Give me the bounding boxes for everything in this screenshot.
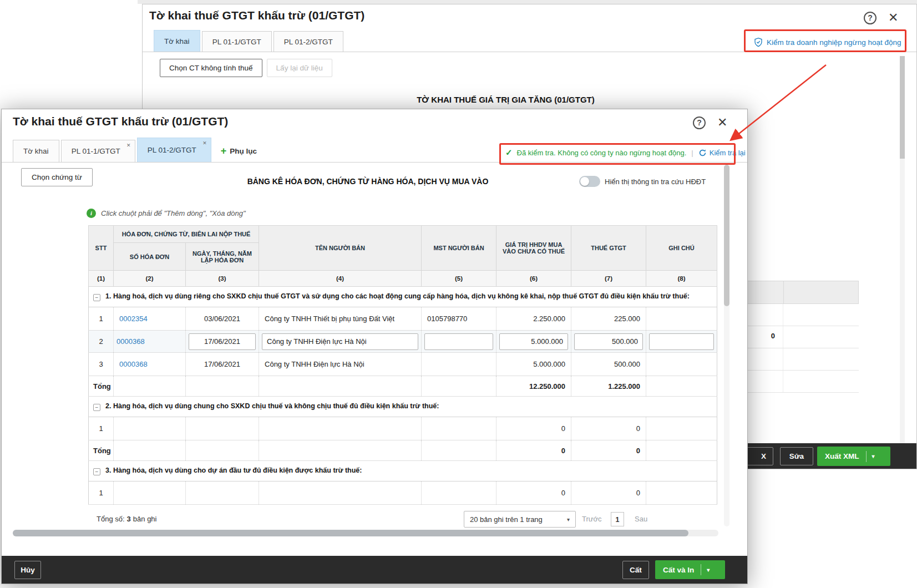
header-seller-tax: MST NGƯỜI BÁN bbox=[422, 226, 497, 271]
header-stt: STT bbox=[89, 226, 114, 271]
seller-name-cell bbox=[259, 331, 422, 353]
date-cell: 03/06/2021 bbox=[186, 307, 259, 331]
vat-cell-text: 0 bbox=[636, 489, 640, 497]
table-row[interactable]: 100 bbox=[89, 481, 717, 505]
seller-cell bbox=[259, 481, 422, 505]
mst-cell bbox=[422, 417, 497, 440]
tab-label: Tờ khai bbox=[164, 37, 190, 45]
tab-pl-01-1-gtgt[interactable]: PL 01-1/GTGT✕ bbox=[61, 140, 135, 162]
col-number: (6) bbox=[497, 271, 571, 287]
check-company-link[interactable]: Kiểm tra doanh nghiệp ngừng hoạt động bbox=[754, 37, 901, 47]
horizontal-scrollbar[interactable] bbox=[13, 530, 718, 536]
current-page-box[interactable]: 1 bbox=[611, 512, 624, 526]
invoice-date-input[interactable] bbox=[189, 333, 256, 350]
col-number: (1) bbox=[89, 271, 114, 287]
collapse-icon[interactable]: − bbox=[93, 294, 100, 301]
scrollbar-thumb[interactable] bbox=[13, 530, 688, 536]
help-icon[interactable]: ? bbox=[864, 12, 877, 24]
empty-cell bbox=[646, 440, 717, 461]
invoice-number-link[interactable]: 0002354 bbox=[119, 315, 148, 323]
declaration-dialog: Tờ khai thuế GTGT khấu trừ (01/GTGT) ? ✕… bbox=[1, 109, 748, 584]
seller-cell: Công ty TNHH Điện lực Hà Nội bbox=[259, 353, 422, 376]
mst-cell: 0105798770 bbox=[422, 307, 497, 331]
invoice-table: STT HÓA ĐƠN, CHỨNG TỪ, BIÊN LAI NỘP THUẾ… bbox=[88, 225, 717, 505]
tab-pl-01-1-gtgt[interactable]: PL 01-1/GTGT bbox=[202, 31, 272, 52]
date-cell-text: 17/06/2021 bbox=[204, 360, 240, 368]
invoice-number-link[interactable]: 0000368 bbox=[119, 360, 148, 368]
scrollbar-thumb[interactable] bbox=[900, 56, 905, 159]
tab-close-icon[interactable]: ✕ bbox=[126, 143, 131, 148]
vat-amount-input[interactable] bbox=[574, 333, 643, 350]
section-label: 1. Hàng hoá, dịch vụ dùng riêng cho SXKD… bbox=[105, 292, 690, 300]
table-row[interactable]: 1000235403/06/2021Công ty TNHH Thiết bị … bbox=[89, 307, 717, 331]
invoice-cell: 0000368 bbox=[114, 331, 186, 353]
add-appendix-tab-button[interactable]: + Phụ lục bbox=[221, 140, 257, 162]
header-note: GHI CHÚ bbox=[646, 226, 717, 271]
tab-pl-01-2-gtgt[interactable]: PL 01-2/GTGT✕ bbox=[137, 138, 211, 162]
previous-page-button[interactable]: Trước bbox=[582, 515, 602, 523]
save-and-print-button[interactable]: Cất và In ▾ bbox=[655, 560, 725, 579]
value-cell-text: 0 bbox=[561, 489, 565, 497]
seller-name-input[interactable] bbox=[262, 333, 418, 350]
invoice-cell bbox=[114, 417, 186, 440]
table-row[interactable]: 3000036817/06/2021Công ty TNHH Điện lực … bbox=[89, 353, 717, 376]
company-check-status: ✓ Đã kiểm tra. Không có công ty nào ngừn… bbox=[505, 148, 746, 158]
record-count-unit: bản ghi bbox=[133, 515, 157, 523]
goods-value-input[interactable] bbox=[499, 333, 568, 350]
tab-t-khai[interactable]: Tờ khai bbox=[154, 30, 200, 52]
toggle-knob[interactable] bbox=[580, 177, 589, 186]
edit-button[interactable]: Sửa bbox=[780, 447, 813, 465]
check-company-label: Kiểm tra doanh nghiệp ngừng hoạt động bbox=[767, 38, 901, 47]
col-number: (4) bbox=[259, 271, 422, 287]
table-row[interactable]: 100 bbox=[89, 417, 717, 440]
cancel-button[interactable]: Hủy bbox=[14, 561, 41, 579]
date-cell: 17/06/2021 bbox=[186, 353, 259, 376]
vat-cell: 225.000 bbox=[571, 307, 646, 331]
vat-cell-text: 0 bbox=[636, 424, 640, 433]
date-cell-text: 03/06/2021 bbox=[204, 315, 240, 323]
collapse-icon[interactable]: − bbox=[93, 404, 100, 411]
tab-pl-01-2-gtgt[interactable]: PL 01-2/GTGT bbox=[273, 31, 343, 52]
total-vat-cell: 1.225.000 bbox=[571, 376, 646, 397]
export-xml-button[interactable]: Xuất XML ▾ bbox=[817, 447, 890, 466]
invoice-number-link[interactable]: 0000368 bbox=[116, 337, 145, 346]
seller-tax-code-cell bbox=[422, 331, 497, 353]
choose-document-button[interactable]: Chọn chứng từ bbox=[21, 168, 93, 186]
tab-t-khai[interactable]: Tờ khai bbox=[13, 140, 59, 162]
empty-cell bbox=[186, 376, 259, 397]
tab-label: PL 01-1/GTGT bbox=[72, 147, 120, 155]
section-total-row: Tổng12.250.0001.225.000 bbox=[89, 376, 717, 397]
dialog-title: Tờ khai thuế GTGT khấu trừ (01/GTGT) bbox=[149, 9, 364, 22]
chevron-down-icon[interactable]: ▾ bbox=[707, 567, 716, 573]
note-input[interactable] bbox=[649, 333, 714, 350]
separator: | bbox=[691, 149, 693, 157]
header-vat: THUẾ GTGT bbox=[571, 226, 646, 271]
date-cell bbox=[186, 417, 259, 440]
vertical-scrollbar[interactable] bbox=[900, 56, 905, 444]
value-cell: 5.000.000 bbox=[497, 353, 571, 376]
help-icon[interactable]: ? bbox=[693, 116, 706, 129]
recheck-link[interactable]: Kiểm tra lại bbox=[710, 149, 746, 157]
chevron-down-icon[interactable]: ▾ bbox=[872, 453, 881, 459]
table-row[interactable]: 20000368 bbox=[89, 331, 717, 353]
next-page-button[interactable]: Sau bbox=[635, 515, 647, 523]
scrollbar-thumb[interactable] bbox=[724, 165, 729, 306]
dialog-action-bar: Hủy Cất Cất và In ▾ bbox=[2, 556, 747, 584]
einvoice-lookup-toggle[interactable] bbox=[579, 176, 600, 187]
total-label-cell: Tổng bbox=[89, 376, 114, 397]
invoice-cell: 0000368 bbox=[114, 353, 186, 376]
save-button[interactable]: Cất bbox=[622, 561, 649, 579]
seller-cell bbox=[259, 417, 422, 440]
close-icon[interactable]: ✕ bbox=[717, 116, 727, 129]
collapse-icon[interactable]: − bbox=[93, 468, 100, 475]
stt-cell: 1 bbox=[89, 417, 114, 440]
choose-ct-button[interactable]: Chọn CT không tính thuế bbox=[160, 59, 262, 77]
section-label: 2. Hàng hóa, dịch vụ dùng chung cho SXKD… bbox=[105, 402, 439, 410]
page-size-select[interactable]: 20 bản ghi trên 1 trang ▾ bbox=[464, 511, 576, 528]
tab-close-icon[interactable]: ✕ bbox=[202, 140, 207, 146]
close-icon[interactable]: ✕ bbox=[888, 12, 898, 24]
empty-cell bbox=[646, 376, 717, 397]
section-header-row: −1. Hàng hoá, dịch vụ dùng riêng cho SXK… bbox=[89, 287, 717, 307]
vertical-scrollbar[interactable] bbox=[724, 165, 729, 526]
seller-tax-code-input[interactable] bbox=[424, 333, 493, 350]
